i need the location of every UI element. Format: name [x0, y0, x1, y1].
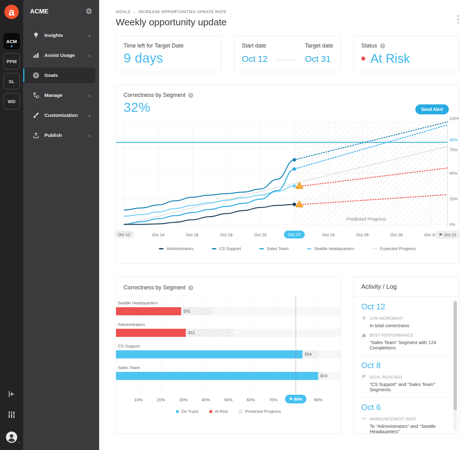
x-tick-oct-14: Oct 14 — [152, 232, 165, 237]
bar-fill — [116, 372, 318, 380]
activity-item-text: To “Administrators” and “Seattle Headqua… — [370, 423, 445, 433]
brush-icon — [33, 112, 39, 119]
bar-x-tick: 60% — [246, 398, 255, 402]
legend-swatch — [259, 248, 264, 249]
breadcrumb-goals[interactable]: GOALS — [116, 10, 130, 14]
bar-x-tick: 40% — [202, 398, 210, 402]
sidebar-item-goals[interactable]: Goals — [23, 68, 95, 83]
line-chart-card: Correctness by Segment? 32% Send Alert !… — [116, 85, 459, 263]
user-avatar[interactable]: ⌄ — [6, 431, 18, 443]
bar-legend-item-on-track[interactable]: On Track — [176, 409, 199, 414]
date-range-dots — [277, 59, 295, 60]
chevron-right-icon: › — [89, 52, 90, 59]
line-chart-legend: AdministratorsCS SupportSales TeamSeattl… — [116, 246, 459, 251]
brand-logo-letter: a — [9, 6, 15, 18]
legend-label: On Track — [181, 409, 199, 414]
chevron-right-icon: › — [89, 92, 90, 99]
x-tick-oct-22[interactable]: Oct 22 — [284, 231, 305, 238]
time-left-card: Time left for Target Date 9 days — [116, 36, 221, 72]
brand-logo-icon[interactable]: a — [4, 5, 19, 19]
goal-tick-pill[interactable]: ⚑80% — [285, 395, 306, 403]
legend-item-expected-progress[interactable]: Expected Progress — [372, 246, 416, 251]
main-content: GOALS › INCREASE OPPORTUNITIES UPDATE RA… — [99, 0, 476, 450]
y-axis-label: 100% — [449, 117, 459, 121]
gridline — [161, 296, 161, 393]
activity-date: Oct 12 — [361, 302, 445, 311]
activity-item: ANNOUNCEMENT SENTTo “Administrators” and… — [361, 416, 445, 433]
help-icon[interactable]: ? — [188, 93, 193, 98]
gear-icon[interactable]: ⚙ — [85, 8, 92, 15]
bar-fill — [116, 307, 181, 315]
scrollbar-thumb[interactable] — [453, 301, 457, 410]
send-alert-button[interactable]: Send Alert — [415, 104, 449, 114]
activity-item: GOAL REACHED“CS Support” and “Sales Team… — [361, 374, 445, 392]
sidebar-item-insights[interactable]: Insights› — [23, 28, 95, 43]
activity-item-label: GOAL REACHED — [370, 375, 402, 379]
legend-swatch — [239, 410, 242, 413]
bar-chart-legend: On TrackAt RiskPredicted Progress — [116, 409, 341, 414]
legend-label: Sales Team — [267, 246, 289, 251]
bar-category-label: CS Support — [118, 344, 341, 348]
flag-icon: ⚑ — [439, 232, 443, 237]
app-tile-ppm[interactable]: PPM — [3, 53, 20, 69]
sidebar-item-customization[interactable]: Customization› — [23, 108, 95, 123]
app-tile-acm[interactable]: ACM — [3, 33, 20, 49]
workflow-icon — [33, 92, 39, 99]
bar-legend-item-at-risk[interactable]: At Risk — [209, 409, 228, 414]
legend-item-sales-team[interactable]: Sales Team — [259, 246, 289, 251]
start-date-value: Oct 12 — [242, 54, 267, 64]
legend-label: Seattle Headquarters — [314, 246, 354, 251]
app-switcher: ACMPPMSLWD — [3, 33, 20, 109]
legend-item-seattle-headquarters[interactable]: Seattle Headquarters — [307, 246, 354, 251]
sidebar-item-label: Manage — [44, 92, 63, 98]
x-tick-oct-12[interactable]: Oct 12 — [114, 231, 134, 238]
x-tick-oct-31[interactable]: ⚑Oct 31 — [435, 231, 460, 239]
flag-icon: ⚑ — [289, 397, 293, 402]
line-chart-plot: !!100%80%75%50%25%0%Predicted Progress — [116, 117, 459, 231]
legend-label: CS Support — [219, 246, 241, 251]
chevron-down-icon: ⌄ — [18, 439, 21, 444]
current-point-dot — [293, 158, 296, 162]
app-tile-wd[interactable]: WD — [3, 93, 20, 109]
x-tick-oct-24: Oct 24 — [322, 232, 335, 237]
app-tile-sl[interactable]: SL — [3, 73, 20, 89]
bar-legend-item-predicted-progress[interactable]: Predicted Progress — [239, 409, 281, 414]
bar-x-tick: 70% — [269, 398, 277, 402]
bar-value: 823 — [320, 372, 327, 380]
x-tick-oct-18: Oct 18 — [220, 232, 233, 237]
help-icon[interactable]: ? — [188, 285, 193, 290]
gridline — [139, 296, 139, 393]
sidebar-item-assist-usage[interactable]: Assist Usage› — [23, 48, 95, 63]
bar-chart-icon — [33, 52, 39, 59]
preferences-sliders-icon[interactable] — [8, 411, 16, 419]
bar-value: 201 — [183, 307, 190, 315]
legend-swatch — [372, 248, 377, 249]
legend-item-cs-support[interactable]: CS Support — [212, 246, 241, 251]
time-left-label: Time left for Target Date — [124, 42, 214, 49]
bar-fill — [116, 329, 186, 337]
status-value: At Risk — [370, 52, 410, 66]
bar-fill — [116, 350, 302, 358]
chevron-right-icon: › — [89, 112, 90, 119]
legend-item-administrators[interactable]: Administrators — [159, 246, 193, 251]
svg-text:!: ! — [299, 184, 300, 188]
more-options-kebab-icon[interactable] — [456, 14, 460, 25]
x-tick-oct-20: Oct 20 — [254, 232, 266, 237]
breadcrumb-current: INCREASE OPPORTUNITIES UPDATE RATE — [139, 10, 226, 14]
flag-icon — [361, 374, 367, 380]
line-chart-title: Correctness by Segment — [124, 92, 185, 98]
sidebar-item-manage[interactable]: Manage› — [23, 88, 95, 103]
sidebar-item-label: Publish — [44, 132, 62, 138]
sidebar-item-label: Customization — [44, 112, 78, 118]
rail-bottom: ⌄ — [0, 390, 23, 443]
lightbulb-icon — [33, 32, 39, 39]
collapse-sidebar-icon[interactable] — [8, 390, 16, 398]
sidebar-item-publish[interactable]: Publish› — [23, 128, 95, 143]
activity-log-list: Oct 1212% INCREMENTIn total correctnessB… — [354, 297, 459, 433]
x-tick-oct-16: Oct 16 — [186, 232, 199, 237]
bar-x-tick: 30% — [179, 398, 188, 402]
activity-item-text: “Sales Team” Segment with 124 Completion… — [370, 340, 445, 350]
bar-value: 554 — [305, 350, 312, 358]
activity-date: Oct 6 — [361, 402, 445, 412]
help-icon[interactable]: ? — [380, 43, 385, 48]
